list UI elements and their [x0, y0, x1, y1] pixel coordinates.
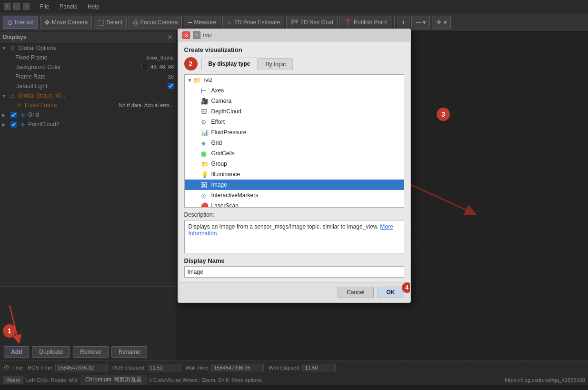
- dialog-tabs: 2 By display type By topic: [184, 57, 404, 70]
- group-icon: 📁: [201, 160, 209, 168]
- illuminance-icon: 💡: [201, 171, 209, 178]
- ok-button[interactable]: OK 4: [378, 287, 404, 298]
- effort-icon: ⚙: [201, 119, 209, 126]
- dialog-title: rviz: [203, 32, 212, 39]
- tree-item-laserscan[interactable]: 🔴 LaserScan: [185, 200, 404, 208]
- tree-item-illuminance[interactable]: 💡 Illuminance: [185, 169, 404, 180]
- fluidpressure-icon: 📊: [201, 129, 209, 136]
- dialog-maximize-button[interactable]: □: [193, 31, 200, 39]
- fluidpressure-label: FluidPressure: [211, 129, 247, 136]
- axes-label: Axes: [211, 87, 224, 94]
- description-text: Displays an image from a sensor_msgs/Ima…: [189, 223, 379, 230]
- description-label: Description:: [184, 211, 404, 218]
- tab-by-display-type[interactable]: By display type: [201, 58, 258, 70]
- interactivemarkers-icon: ⊙: [201, 192, 209, 199]
- gridcells-icon: ▦: [201, 150, 209, 157]
- laserscan-icon: 🔴: [201, 202, 209, 208]
- root-expand-icon: ▼: [188, 78, 193, 83]
- dialog-footer: Cancel OK 4: [179, 282, 410, 302]
- dialog-body: Create visualization 2 By display type B…: [179, 41, 410, 282]
- display-name-label: Display Name: [184, 257, 404, 264]
- annotation-4: 4: [402, 282, 411, 293]
- gridcells-label: GridCells: [211, 150, 235, 157]
- interactivemarkers-label: InteractiveMarkers: [211, 192, 259, 199]
- illuminance-label: Illuminance: [211, 171, 240, 178]
- grid-vis-icon: ◈: [201, 140, 209, 147]
- image-label: Image: [211, 181, 227, 188]
- tree-item-grid[interactable]: ◈ Grid: [185, 138, 404, 148]
- description-box: Displays an image from a sensor_msgs/Ima…: [184, 220, 404, 253]
- tree-item-image[interactable]: 🖼 Image: [185, 180, 404, 190]
- tree-item-axes[interactable]: ⊢ Axes: [185, 85, 404, 96]
- depthcloud-label: DepthCloud: [211, 108, 241, 115]
- tree-item-camera[interactable]: 🎥 Camera: [185, 96, 404, 106]
- display-name-input[interactable]: [184, 266, 404, 278]
- effort-label: Effort: [211, 119, 225, 125]
- annotation-2: 2: [184, 57, 198, 70]
- tree-item-group[interactable]: 📁 Group: [185, 159, 404, 169]
- annotation-3: 3: [437, 108, 450, 121]
- tree-item-gridcells[interactable]: ▦ GridCells: [185, 148, 404, 159]
- dialog-section-title: Create visualization: [184, 46, 404, 53]
- axes-icon: ⊢: [201, 87, 209, 94]
- create-visualization-dialog: ✕ □ rviz Create visualization 2 By displ…: [178, 29, 411, 303]
- grid-vis-label: Grid: [211, 140, 222, 146]
- tree-item-fluidpressure[interactable]: 📊 FluidPressure: [185, 127, 404, 138]
- visualization-type-tree: ▼ 📁 rviz ⊢ Axes 🎥 Camera 🖼: [184, 74, 404, 208]
- annotation-1: 1: [3, 324, 16, 338]
- dialog-overlay: ✕ □ rviz Create visualization 2 By displ…: [0, 0, 588, 390]
- root-label: rviz: [204, 77, 213, 83]
- dialog-titlebar: ✕ □ rviz: [179, 30, 410, 41]
- camera-label: Camera: [211, 98, 232, 104]
- camera-icon: 🎥: [201, 98, 209, 105]
- depthcloud-icon: 🖼: [201, 108, 209, 115]
- tree-item-effort[interactable]: ⚙ Effort: [185, 117, 404, 127]
- tree-root-rviz[interactable]: ▼ 📁 rviz: [185, 75, 404, 85]
- folder-icon: 📁: [193, 77, 202, 84]
- tree-item-depthcloud[interactable]: 🖼 DepthCloud: [185, 106, 404, 117]
- desc-period: .: [217, 230, 219, 237]
- cancel-button[interactable]: Cancel: [338, 287, 373, 298]
- laserscan-label: LaserScan: [211, 202, 239, 208]
- image-icon: 🖼: [201, 181, 209, 189]
- dialog-close-button[interactable]: ✕: [182, 31, 190, 39]
- tab-by-topic[interactable]: By topic: [259, 58, 293, 70]
- group-label: Group: [211, 160, 227, 167]
- tree-item-interactivemarkers[interactable]: ⊙ InteractiveMarkers: [185, 190, 404, 200]
